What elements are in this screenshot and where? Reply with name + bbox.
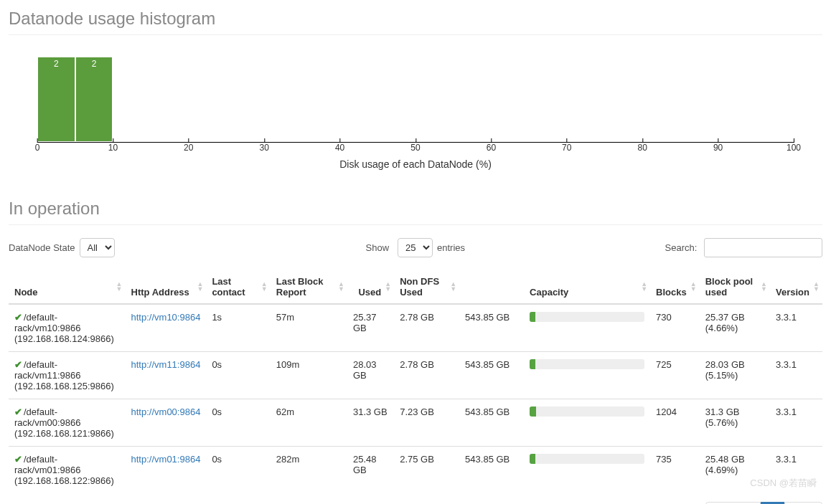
histogram-tick: 70 [562,143,571,153]
col-blocks[interactable]: Blocks▲▼ [650,270,700,304]
col-nondfs[interactable]: Non DFS Used▲▼ [394,270,459,304]
search-input[interactable] [704,238,822,257]
histogram-tick: 90 [713,143,723,153]
histogram-tick: 40 [335,143,344,153]
capacity-bar [530,454,644,464]
col-last-contact[interactable]: Last contact▲▼ [206,270,270,304]
http-link[interactable]: http://vm00:9864 [131,406,201,417]
capacity-bar [530,406,644,417]
col-http[interactable]: Http Address▲▼ [126,270,207,304]
histogram-tick: 30 [260,143,269,153]
histogram-tick: 10 [108,143,118,153]
col-used[interactable]: Used▲▼ [347,270,394,304]
table-row: ✔/default-rack/vm10:9866(192.168.168.124… [9,304,822,352]
histogram-title: Datanode usage histogram [9,9,822,35]
histogram-tick: 50 [410,143,420,153]
table-row: ✔/default-rack/vm11:9866(192.168.168.125… [9,352,822,399]
col-capacity-value[interactable] [459,270,524,304]
check-icon: ✔ [14,406,22,417]
http-link[interactable]: http://vm10:9864 [131,312,201,323]
histogram-tick: 60 [487,143,496,153]
col-capacity[interactable]: Capacity▲▼ [524,270,650,304]
histogram-tick: 100 [787,143,801,153]
histogram-chart: 22 0102030405060708090100 Disk usage of … [9,57,822,170]
histogram-bar: 2 [75,57,113,142]
col-version[interactable]: Version▲▼ [770,270,822,304]
show-entries-post: entries [437,242,465,253]
col-node[interactable]: Node▲▼ [9,270,126,304]
http-link[interactable]: http://vm11:9864 [131,359,201,370]
http-link[interactable]: http://vm01:9864 [131,454,201,465]
datanode-state-select[interactable]: All [80,238,115,257]
histogram-tick: 80 [638,143,647,153]
histogram-tick: 0 [35,143,40,153]
capacity-bar [530,312,644,322]
table-row: ✔/default-rack/vm01:9866(192.168.168.122… [9,447,822,494]
datanode-table: Node▲▼ Http Address▲▼ Last contact▲▼ Las… [9,270,822,493]
check-icon: ✔ [14,359,22,370]
show-entries-select[interactable]: 25 [398,238,433,257]
col-last-block[interactable]: Last Block Report▲▼ [271,270,347,304]
datanode-state-label: DataNode State [9,242,75,253]
check-icon: ✔ [14,312,22,323]
check-icon: ✔ [14,454,22,465]
histogram-tick: 20 [184,143,193,153]
search-label: Search: [665,242,698,253]
in-operation-title: In operation [9,199,822,225]
histogram-xlabel: Disk usage of each DataNode (%) [9,158,822,170]
table-row: ✔/default-rack/vm00:9866(192.168.168.121… [9,399,822,447]
capacity-bar [530,359,644,369]
col-pool-used[interactable]: Block pool used▲▼ [700,270,770,304]
histogram-bar: 2 [37,57,75,142]
show-entries-pre: Show [366,242,390,253]
